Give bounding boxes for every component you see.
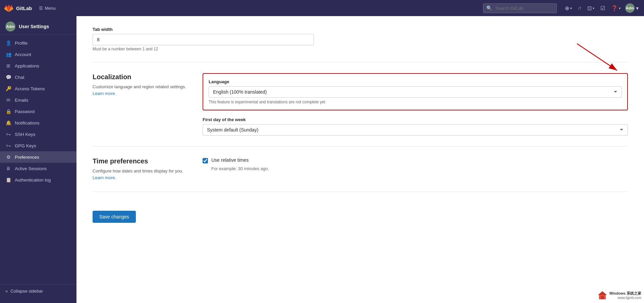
sidebar-item-gpg-keys[interactable]: 🗝 GPG Keys (0, 140, 76, 151)
sidebar-item-account[interactable]: 👥 Account (0, 49, 76, 60)
sidebar-item-active-sessions[interactable]: 🖥 Active Sessions (0, 163, 76, 174)
account-icon: 👥 (5, 52, 11, 57)
tab-width-hint: Must be a number between 1 and 12 (93, 47, 314, 51)
language-select[interactable]: English (100% translated) (209, 86, 622, 98)
localization-section: Localization Customize language and regi… (93, 73, 628, 147)
sidebar-item-notifications[interactable]: 🔔 Notifications (0, 117, 76, 129)
authentication-log-icon: 📋 (5, 177, 11, 183)
localization-learn-more[interactable]: Learn more. (93, 91, 116, 96)
watermark-house: Windows 系统之家 www.bjjmlv.com (597, 290, 641, 300)
gitlab-logo (4, 3, 13, 13)
issues-button[interactable]: ⊡ ▾ (585, 3, 597, 13)
sidebar-avatar: Adm (5, 21, 15, 32)
help-button[interactable]: ❓ ▾ (608, 3, 623, 13)
sidebar-item-ssh-keys[interactable]: 🗝 SSH Keys (0, 129, 76, 140)
collapse-label: Collapse sidebar (10, 289, 43, 294)
menu-button[interactable]: ☰ Menu (36, 4, 59, 12)
content-area: Tab width Must be a number between 1 and… (76, 16, 644, 303)
tab-width-section: Tab width Must be a number between 1 and… (93, 27, 628, 62)
sidebar-item-label: Preferences (15, 155, 39, 160)
gpg-keys-icon: 🗝 (5, 143, 11, 148)
ssh-keys-icon: 🗝 (5, 132, 11, 137)
dropdown-caret: ▾ (570, 6, 572, 10)
relative-times-row: Use relative times (203, 157, 628, 163)
sidebar: Adm User Settings 👤 Profile 👥 Account ⊞ … (0, 16, 76, 303)
tab-width-label: Tab width (93, 27, 314, 32)
sidebar-item-authentication-log[interactable]: 📋 Authentication log (0, 174, 76, 186)
save-section: Save changes (93, 203, 628, 223)
time-preferences-fields: Use relative times For example: 30 minut… (203, 157, 628, 181)
relative-times-example: For example: 30 minutes ago. (211, 166, 628, 171)
password-icon: 🔒 (5, 109, 11, 114)
sidebar-item-label: Access Tokens (15, 86, 45, 91)
time-preferences-section: Time preferences Configure how dates and… (93, 157, 628, 192)
sidebar-item-profile[interactable]: 👤 Profile (0, 37, 76, 49)
notifications-icon: 🔔 (5, 120, 11, 125)
collapse-icon: « (5, 289, 8, 294)
navbar: GitLab ☰ Menu 🔍 ⊕ ▾ ⑁ ⊡ ▾ ☑ ❓ ▾ Adm (0, 0, 644, 16)
watermark-text: Windows 系统之家 www.bjjmlv.com (609, 291, 641, 300)
avatar-caret: ▾ (636, 5, 639, 11)
active-sessions-icon: 🖥 (5, 166, 11, 171)
preferences-icon: ⚙ (5, 154, 11, 160)
sidebar-item-label: Authentication log (15, 178, 51, 183)
save-changes-button[interactable]: Save changes (93, 211, 136, 223)
hamburger-icon: ☰ (39, 6, 43, 11)
relative-times-checkbox[interactable] (203, 158, 208, 163)
sidebar-item-emails[interactable]: ✉ Emails (0, 94, 76, 106)
emails-icon: ✉ (5, 97, 11, 103)
user-avatar-button[interactable]: Adm ▾ (624, 3, 640, 13)
menu-label: Menu (45, 6, 56, 11)
sidebar-item-access-tokens[interactable]: 🔑 Access Tokens (0, 83, 76, 94)
search-input[interactable] (483, 3, 557, 13)
sidebar-item-label: GPG Keys (15, 143, 36, 148)
avatar-initials: Adm (626, 6, 634, 10)
merge-icon: ⑁ (578, 5, 581, 11)
localization-description: Localization Customize language and regi… (93, 73, 186, 136)
svg-rect-3 (601, 296, 604, 299)
localization-title: Localization (93, 73, 186, 81)
watermark: Windows 系统之家 www.bjjmlv.com (597, 290, 641, 300)
sidebar-item-label: Applications (15, 63, 39, 68)
sidebar-item-label: Chat (15, 75, 24, 80)
sidebar-item-chat[interactable]: 💬 Chat (0, 71, 76, 83)
sidebar-item-label: Profile (15, 41, 28, 46)
todos-icon: ☑ (600, 5, 605, 11)
sidebar-item-label: Notifications (15, 120, 40, 125)
relative-times-label[interactable]: Use relative times (211, 157, 249, 163)
first-day-select[interactable]: System default (Sunday) Saturday Sunday … (203, 124, 628, 136)
sidebar-item-label: SSH Keys (15, 132, 36, 137)
new-item-button[interactable]: ⊕ ▾ (562, 3, 575, 13)
sidebar-item-password[interactable]: 🔒 Password (0, 106, 76, 117)
tab-width-input[interactable] (93, 34, 314, 45)
sidebar-item-label: Password (15, 109, 35, 114)
help-icon: ❓ (611, 5, 618, 11)
sidebar-item-applications[interactable]: ⊞ Applications (0, 60, 76, 71)
language-highlight-box: Language English (100% translated) This … (203, 73, 628, 110)
chat-icon: 💬 (5, 74, 11, 80)
plus-icon: ⊕ (565, 5, 569, 11)
sidebar-item-label: Account (15, 52, 31, 57)
navbar-brand[interactable]: GitLab (4, 3, 32, 13)
avatar: Adm (625, 3, 635, 13)
issues-icon: ⊡ (587, 5, 592, 11)
time-preferences-learn-more[interactable]: Learn more. (93, 175, 116, 180)
svg-marker-4 (598, 291, 607, 295)
sidebar-item-label: Emails (15, 98, 29, 103)
todos-button[interactable]: ☑ (598, 3, 608, 13)
brand-name: GitLab (16, 5, 32, 11)
language-hint: This feature is experimental and transla… (209, 100, 622, 104)
sidebar-item-label: Active Sessions (15, 166, 47, 171)
applications-icon: ⊞ (5, 63, 11, 68)
localization-fields: Language English (100% translated) This … (203, 73, 628, 136)
sidebar-title: User Settings (19, 24, 49, 29)
main-layout: Adm User Settings 👤 Profile 👥 Account ⊞ … (0, 16, 644, 303)
help-caret: ▾ (619, 6, 621, 10)
collapse-sidebar-button[interactable]: « Collapse sidebar (5, 289, 71, 294)
navbar-icons: ⊕ ▾ ⑁ ⊡ ▾ ☑ ❓ ▾ Adm ▾ (562, 3, 640, 13)
merge-requests-button[interactable]: ⑁ (575, 3, 584, 13)
access-tokens-icon: 🔑 (5, 86, 11, 91)
first-day-label: First day of the week (203, 117, 628, 122)
issues-caret: ▾ (593, 6, 594, 10)
sidebar-item-preferences[interactable]: ⚙ Preferences (0, 151, 76, 163)
